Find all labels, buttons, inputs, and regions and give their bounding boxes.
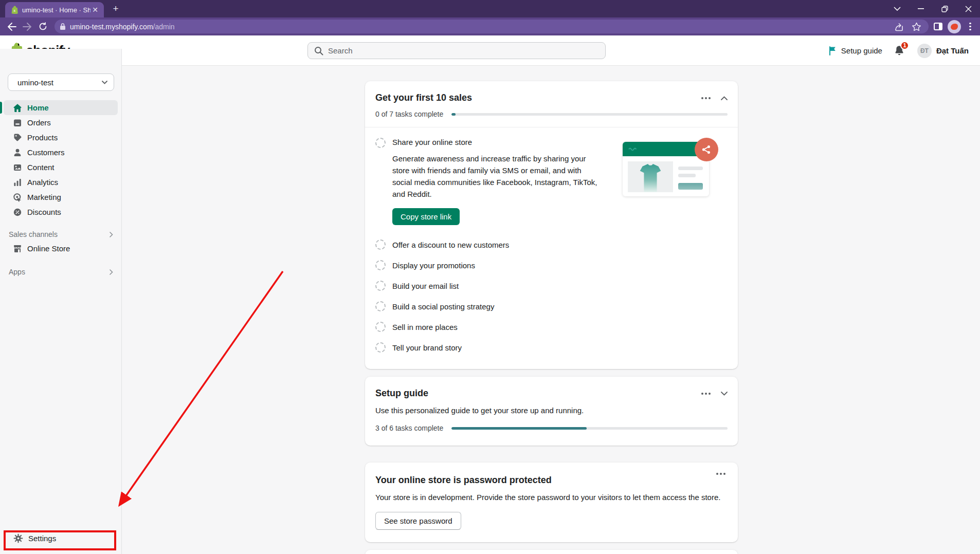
svg-text:S: S — [13, 9, 15, 12]
chevron-down-icon — [102, 81, 107, 84]
chevron-right-icon — [110, 232, 113, 237]
sidebar-item-products[interactable]: Products — [4, 130, 118, 145]
card-menu-icon[interactable] — [714, 471, 728, 477]
task-social-posting[interactable]: Build a social posting strategy — [375, 296, 728, 317]
developer-tools-card: Start using Developer Tools for your nex… — [365, 550, 738, 554]
collapse-chevron-up-icon[interactable] — [721, 96, 728, 100]
task-description: Generate awareness and increase traffic … — [392, 153, 598, 200]
task-build-email-list[interactable]: Build your email list — [375, 275, 728, 296]
sidebar-item-label: Online Store — [27, 244, 70, 253]
sidebar-item-customers[interactable]: Customers — [4, 145, 118, 160]
side-panel-icon[interactable] — [934, 23, 942, 30]
shopify-header: S shopify Search Setup guide 1 ĐT Đạt Tu… — [0, 35, 980, 66]
flag-icon — [828, 46, 837, 56]
card-menu-icon[interactable] — [699, 391, 713, 397]
sidebar: umino-test Home Orders Products Customer… — [0, 49, 122, 554]
search-input[interactable]: Search — [307, 42, 606, 59]
sidebar-item-analytics[interactable]: Analytics — [4, 175, 118, 190]
sidebar-item-label: Orders — [27, 118, 51, 127]
task-checkbox-icon[interactable] — [375, 322, 386, 332]
task-share-store[interactable]: Share your online store Generate awarene… — [365, 127, 738, 228]
squiggle-icon — [628, 147, 639, 151]
see-store-password-button[interactable]: See store password — [375, 512, 461, 530]
back-button[interactable] — [4, 19, 20, 34]
progress-text: 3 of 6 tasks complete — [375, 424, 443, 432]
task-checkbox-icon[interactable] — [375, 239, 386, 250]
browser-toolbar: umino-test.myshopify.com/admin — [0, 17, 980, 35]
sidebar-item-marketing[interactable]: Marketing — [4, 190, 118, 205]
apps-header[interactable]: Apps — [0, 266, 121, 278]
share-page-icon[interactable] — [894, 22, 904, 31]
sidebar-item-label: Content — [27, 163, 55, 172]
progress-bar — [451, 113, 728, 116]
tshirt-icon — [632, 162, 669, 192]
window-close-button[interactable] — [956, 0, 980, 17]
window-restore-button[interactable] — [933, 0, 956, 17]
task-checkbox-icon[interactable] — [375, 301, 386, 311]
browser-tab[interactable]: S umino-test · Home · Shopify ✕ — [5, 2, 104, 17]
task-checkbox-icon[interactable] — [375, 281, 386, 291]
store-name: umino-test — [17, 78, 53, 87]
user-avatar: ĐT — [917, 44, 932, 58]
task-display-promotions[interactable]: Display your promotions — [375, 255, 728, 275]
task-sell-more-places[interactable]: Sell in more places — [375, 317, 728, 337]
sidebar-item-label: Discounts — [27, 208, 61, 216]
card-title: Your online store is password protected — [375, 475, 728, 486]
sidebar-item-orders[interactable]: Orders — [4, 115, 118, 130]
sidebar-item-discounts[interactable]: Discounts — [4, 205, 118, 219]
sidebar-item-label: Products — [27, 133, 58, 142]
card-title: Get your first 10 sales — [375, 93, 472, 103]
setup-guide-label: Setup guide — [841, 46, 882, 55]
discounts-icon — [12, 207, 23, 217]
task-checkbox-icon[interactable] — [375, 342, 386, 353]
sidebar-item-label: Home — [27, 103, 49, 112]
setup-guide-card: Setup guide Use this personalized guide … — [365, 377, 738, 446]
setup-guide-button[interactable]: Setup guide — [828, 46, 882, 56]
browser-menu-icon[interactable] — [966, 23, 974, 31]
reload-button[interactable] — [35, 19, 50, 34]
sidebar-item-settings[interactable]: Settings — [4, 530, 118, 546]
progress-text: 0 of 7 tasks complete — [375, 110, 443, 118]
password-protected-card: Your online store is password protected … — [365, 463, 738, 542]
window-minimize-button[interactable] — [909, 0, 933, 17]
customers-icon — [12, 147, 23, 158]
url-text: umino-test.myshopify.com/admin — [70, 23, 894, 31]
marketing-icon — [12, 192, 23, 202]
forward-button[interactable] — [20, 19, 35, 34]
progress-bar — [451, 427, 728, 430]
browser-profile-avatar[interactable] — [948, 20, 961, 33]
task-checkbox-icon[interactable] — [375, 138, 386, 148]
task-offer-discount[interactable]: Offer a discount to new customers — [375, 234, 728, 255]
tab-close-icon[interactable]: ✕ — [90, 5, 100, 14]
main-content: Get your first 10 sales 0 of 7 tasks com… — [365, 81, 738, 554]
new-tab-button[interactable]: + — [109, 2, 122, 15]
orders-icon — [12, 118, 23, 128]
tag-icon — [12, 133, 23, 143]
analytics-icon — [12, 177, 23, 188]
user-menu[interactable]: ĐT Đạt Tuấn — [917, 44, 969, 58]
sidebar-item-label: Marketing — [27, 193, 61, 201]
task-brand-story[interactable]: Tell your brand story — [375, 337, 728, 358]
settings-label: Settings — [28, 534, 56, 543]
notification-badge: 1 — [900, 41, 909, 50]
notifications-button[interactable]: 1 — [894, 45, 906, 57]
browser-titlebar: S umino-test · Home · Shopify ✕ + — [0, 0, 980, 17]
bookmark-star-icon[interactable] — [912, 22, 921, 31]
search-icon — [314, 46, 323, 56]
sidebar-item-content[interactable]: Content — [4, 160, 118, 175]
gear-icon — [13, 533, 23, 543]
tab-search-chevron-icon[interactable] — [885, 0, 909, 17]
copy-store-link-button[interactable]: Copy store link — [392, 208, 460, 225]
address-bar[interactable]: umino-test.myshopify.com/admin — [55, 20, 929, 33]
share-store-illustration — [623, 138, 718, 197]
store-selector[interactable]: umino-test — [8, 73, 114, 91]
expand-chevron-down-icon[interactable] — [721, 392, 728, 396]
content-icon — [12, 162, 23, 173]
task-checkbox-icon[interactable] — [375, 260, 386, 270]
sales-channels-header[interactable]: Sales channels — [0, 228, 121, 241]
first-sales-card: Get your first 10 sales 0 of 7 tasks com… — [365, 81, 738, 369]
card-menu-icon[interactable] — [699, 95, 713, 101]
search-placeholder: Search — [328, 46, 353, 55]
sidebar-item-home[interactable]: Home — [4, 100, 118, 115]
sidebar-item-online-store[interactable]: Online Store — [0, 241, 121, 256]
